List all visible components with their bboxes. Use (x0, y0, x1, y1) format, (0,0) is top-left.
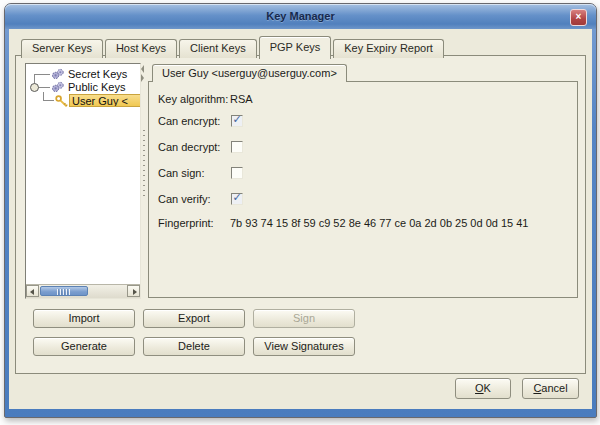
tab-client-keys[interactable]: Client Keys (179, 39, 257, 58)
can-decrypt-checkbox[interactable] (231, 141, 243, 153)
check-icon: ✓ (232, 191, 241, 203)
key-icon (55, 95, 69, 107)
tree-item-secret-keys[interactable]: Secret Keys (68, 68, 127, 81)
view-signatures-button[interactable]: View Signatures (253, 337, 355, 356)
can-sign-label: Can sign: (158, 166, 204, 180)
left-arrow-icon (30, 289, 34, 295)
cancel-button[interactable]: Cancel (522, 378, 579, 399)
key-tree[interactable]: Secret Keys Public Keys User Guy < (25, 63, 141, 299)
tree-line (34, 74, 50, 75)
import-button[interactable]: Import (33, 309, 135, 328)
collapse-left-icon[interactable] (141, 65, 144, 73)
key-detail-tab[interactable]: User Guy <userguy@userguy.com> (152, 64, 347, 82)
tree-line (43, 100, 54, 101)
scroll-left-button[interactable] (26, 285, 39, 297)
tab-bar: Server Keys Host Keys Client Keys PGP Ke… (21, 36, 446, 58)
scroll-right-button[interactable] (127, 285, 140, 297)
check-icon: ✓ (232, 113, 241, 125)
keys-group-icon (51, 81, 65, 93)
can-decrypt-label: Can decrypt: (158, 140, 220, 154)
generate-button[interactable]: Generate (33, 337, 135, 356)
right-arrow-icon (133, 289, 137, 295)
can-sign-checkbox[interactable] (231, 167, 243, 179)
close-button[interactable]: × (570, 9, 587, 26)
tree-item-public-keys[interactable]: Public Keys (68, 81, 125, 94)
ok-rest: K (484, 382, 491, 394)
tree-item-user-guy[interactable]: User Guy < (69, 94, 140, 107)
thumb-grip (57, 289, 70, 295)
titlebar[interactable]: Key Manager × (5, 4, 596, 29)
ok-mnemonic: O (475, 382, 484, 394)
can-encrypt-label: Can encrypt: (158, 114, 220, 128)
can-verify-label: Can verify: (158, 192, 211, 206)
key-tree-viewport: Secret Keys Public Keys User Guy < (26, 64, 140, 285)
can-verify-checkbox[interactable]: ✓ (231, 193, 243, 205)
collapse-right-icon[interactable] (141, 74, 144, 82)
fingerprint-label: Fingerprint: (158, 216, 214, 230)
fingerprint-value: 7b 93 74 15 8f 59 c9 52 8e 46 77 ce 0a 2… (230, 216, 528, 230)
tree-horizontal-scrollbar[interactable] (26, 284, 140, 298)
can-encrypt-checkbox[interactable]: ✓ (231, 115, 243, 127)
export-button[interactable]: Export (143, 309, 245, 328)
keys-group-icon (51, 68, 65, 80)
close-icon: × (576, 11, 582, 22)
tab-host-keys[interactable]: Host Keys (105, 39, 177, 58)
sign-button[interactable]: Sign (253, 309, 355, 328)
tab-pgp-keys[interactable]: PGP Keys (259, 36, 332, 59)
scrollbar-thumb[interactable] (40, 286, 88, 296)
key-algorithm-value: RSA (230, 92, 253, 106)
tree-line (38, 87, 50, 88)
tree-expander-public-keys[interactable] (30, 83, 39, 92)
key-algorithm-label: Key algorithm: (158, 92, 228, 106)
delete-button[interactable]: Delete (143, 337, 245, 356)
screen: Key Manager × Server Keys Host Keys Clie… (0, 0, 600, 425)
cancel-rest: ancel (541, 382, 567, 394)
window-title: Key Manager (5, 4, 596, 29)
ok-button[interactable]: OK (455, 378, 511, 399)
tab-key-expiry-report[interactable]: Key Expiry Report (333, 39, 444, 58)
tab-server-keys[interactable]: Server Keys (21, 39, 103, 58)
splitter-grip (142, 128, 146, 198)
pane-splitter[interactable] (141, 63, 147, 297)
